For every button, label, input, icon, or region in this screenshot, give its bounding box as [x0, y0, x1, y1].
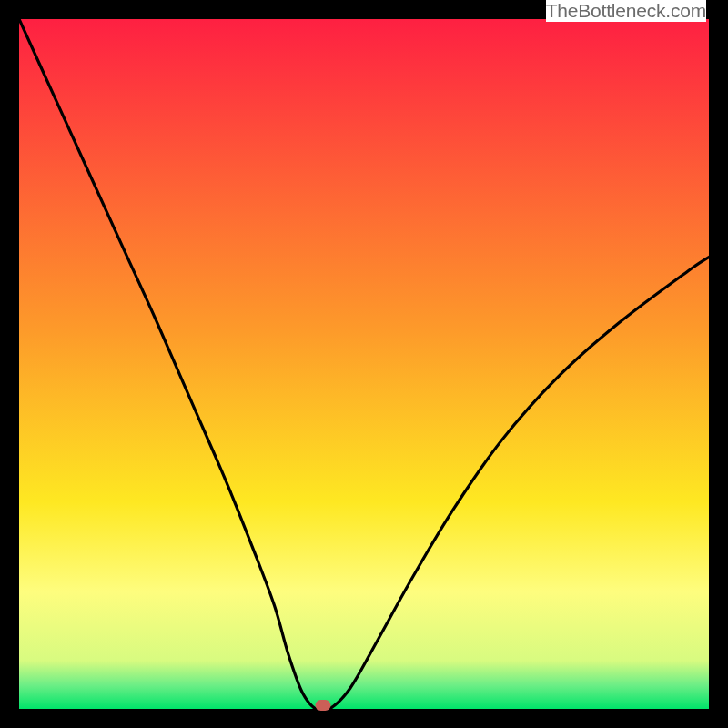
gradient-background: [19, 19, 709, 709]
bottleneck-chart: [19, 19, 709, 709]
optimal-point-marker: [315, 700, 330, 711]
chart-frame: [19, 19, 709, 709]
watermark-label: TheBottleneck.com: [546, 0, 706, 22]
